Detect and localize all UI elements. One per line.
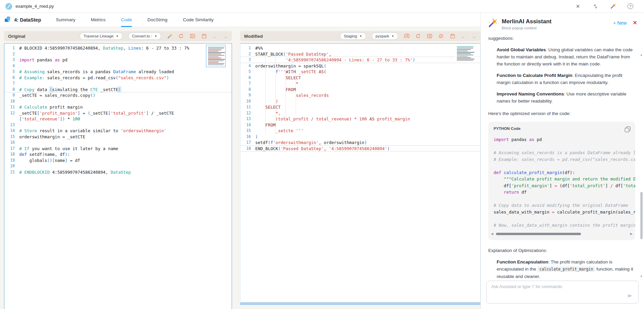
code-line: 19 globals()[name] = df — [4, 158, 232, 164]
code-line: 17setdf(f'orderswithmargin', orderswithm… — [240, 140, 480, 146]
optimized-code-lead: Here's the optimized version of the code… — [488, 110, 635, 117]
original-panel: Original Traverse Lineage▼ Convert to :▼… — [4, 31, 232, 309]
refresh-icon[interactable] — [415, 33, 421, 39]
original-minimap[interactable] — [206, 45, 226, 67]
original-panel-title: Original — [8, 34, 25, 39]
code-line — [494, 163, 630, 169]
code-line: 20 — [4, 163, 232, 169]
help-icon[interactable]: ? — [627, 3, 633, 9]
wand-icon[interactable] — [167, 33, 173, 39]
refresh-icon[interactable] — [178, 33, 184, 39]
new-chat-button[interactable]: + New — [613, 20, 627, 26]
chevron-down-icon: ▼ — [116, 35, 119, 38]
code-line: 4orderswithmargin = sparkSQL( — [240, 63, 480, 69]
sidebar-vscrollbar[interactable]: ▲ ▼ — [639, 53, 643, 278]
traverse-lineage-dropdown[interactable]: Traverse Lineage▼ — [80, 32, 123, 40]
hscroll-thumb[interactable] — [496, 233, 581, 235]
assistant-paragraph: Avoid Global Variables: Using global var… — [497, 46, 635, 67]
redo-arrow-icon[interactable]: → — [471, 34, 476, 39]
block-tabbar: 4: DataStep Summary Metrics Code DocStri… — [0, 13, 480, 27]
suggestions-list: Avoid Global Variables: Using global var… — [488, 46, 635, 105]
code-line — [494, 143, 630, 150]
collapse-panel-right-icon[interactable] — [427, 33, 433, 39]
collapse-panel-left-icon[interactable] — [189, 33, 196, 39]
code-line: # Now, sales_data_with_margin contains t… — [494, 222, 630, 229]
code-line: 18END_BLOCK('Passed DataStep', '4:585990… — [240, 146, 480, 152]
code-line: df['profit_margin'] = (df['total_profit'… — [494, 182, 630, 189]
tab-docstring[interactable]: DocString — [147, 13, 167, 27]
modified-toolbar: Modified Staging▼ pyspark▼ ← → — [240, 31, 480, 41]
code-line: 18def setdf(name, df): — [4, 151, 232, 158]
chevron-down-icon: ▼ — [154, 35, 157, 38]
modified-panel: Modified Staging▼ pyspark▼ ← → 1#%%2STAR… — [240, 31, 480, 309]
code-line: 12 *, — [240, 110, 480, 116]
code-line: 16) — [240, 134, 480, 140]
send-icon[interactable] — [627, 293, 633, 300]
tab-metrics[interactable]: Metrics — [91, 13, 106, 27]
redo-arrow-icon[interactable]: → — [223, 34, 228, 39]
code-line: 8 FROM — [240, 87, 480, 93]
python-code-card: PYTHON Code import pandas as pd # Assumi… — [488, 122, 635, 240]
modified-code-editor[interactable]: 1#%%2START_BLOCK('Passed DataStep',3 '4:… — [240, 43, 480, 303]
tab-summary[interactable]: Summary — [56, 13, 76, 27]
code-line: 9_setCTE = sales_records.copy() — [4, 92, 232, 99]
undo-arrow-icon[interactable]: ← — [461, 34, 466, 39]
code-line: 5# Assuming sales_records is a pandas Da… — [4, 69, 232, 75]
copy-code-icon[interactable] — [626, 127, 631, 131]
code-card-hscrollbar[interactable]: ◀ ▶ — [488, 229, 635, 240]
code-line: 8# Copy data (simulating the CTE _setCTE… — [4, 87, 232, 93]
code-line: 9 sales_records — [240, 92, 480, 99]
scroll-down-icon[interactable]: ▼ — [640, 275, 643, 278]
code-line: 5 f'''WITH _setCTE AS( — [240, 69, 480, 75]
hide-eye-off-icon[interactable] — [438, 33, 444, 39]
code-line: 6# Example: sales_records = pd.read_csv(… — [4, 75, 232, 81]
code-line: 17# If you want to use it later by a nam… — [4, 146, 232, 152]
code-line: 11# Calculate profit margin — [4, 104, 232, 110]
assistant-messages[interactable]: suggestions: Avoid Global Variables: Usi… — [481, 33, 644, 278]
vscroll-thumb[interactable] — [640, 192, 643, 239]
save-icon[interactable] — [449, 33, 456, 39]
code-line — [494, 196, 630, 202]
pyspark-dropdown[interactable]: pyspark▼ — [372, 32, 398, 40]
magic-wand-icon[interactable] — [610, 3, 616, 9]
code-line: 15orderswithmargin = _setCTE — [4, 134, 232, 140]
swap-columns-icon[interactable] — [404, 33, 410, 39]
undo-arrow-icon[interactable]: ← — [212, 34, 217, 39]
code-line: # Example: sales_records = pd.read_csv("… — [494, 156, 630, 163]
explanation-heading: Explanation of Optimizations: — [488, 247, 635, 254]
assistant-paragraph: Function Encapsulation: The profit margi… — [497, 258, 635, 278]
code-line: 10 — [4, 99, 232, 105]
staging-dropdown[interactable]: Staging▼ — [340, 32, 366, 40]
assistant-paragraph: Improved Naming Conventions: Use more de… — [497, 90, 635, 105]
code-line: 13 — [4, 122, 232, 128]
code-line: 2START_BLOCK('Passed DataStep', — [240, 51, 480, 57]
convert-to-dropdown[interactable]: Convert to :▼ — [128, 32, 161, 40]
tab-code-similarity[interactable]: Code Similarity — [183, 13, 214, 27]
chevron-down-icon: ▼ — [391, 35, 394, 38]
collapse-icon[interactable] — [592, 3, 598, 9]
explanations-list: Function Encapsulation: The profit margi… — [488, 258, 635, 278]
code-line: 14# Store result in a variable similar t… — [4, 128, 232, 134]
original-code-editor[interactable]: 1# BLOCKID 4:5859907074586240894, DataSt… — [4, 43, 232, 309]
save-icon[interactable] — [201, 33, 207, 39]
scroll-right-icon[interactable]: ▶ — [630, 230, 633, 237]
code-line: # Assuming sales_records is a pandas Dat… — [494, 149, 630, 156]
code-line: 10 ) — [240, 99, 480, 105]
scroll-left-icon[interactable]: ◀ — [491, 230, 493, 237]
assistant-close-icon[interactable]: ✕ — [633, 20, 637, 26]
datastep-block-icon — [4, 16, 11, 24]
code-line: 3import pandas as pd — [4, 57, 232, 63]
tab-code[interactable]: Code — [121, 13, 132, 27]
scroll-up-icon[interactable]: ▲ — [640, 53, 643, 56]
code-line: 3 '4:5859907074586240894 - Lines: 6 - 27… — [240, 57, 480, 63]
suggestions-intro: suggestions: — [488, 35, 635, 42]
block-title: 4: DataStep — [14, 17, 41, 23]
assistant-input[interactable] — [486, 281, 639, 304]
close-icon[interactable]: ✕ — [575, 3, 581, 9]
code-line: 1# BLOCKID 4:5859907074586240894, DataSt… — [4, 45, 232, 51]
inline-code-chip: calculate_profit_margin — [537, 266, 595, 272]
modified-minimap[interactable] — [455, 45, 475, 62]
code-line: 13 (total_profit / total_revenue) * 100 … — [240, 116, 480, 122]
code-line: 12_setCTE['profit_margin'] = (_setCTE['t… — [4, 110, 232, 116]
code-line: 6 SELECT — [240, 75, 480, 81]
